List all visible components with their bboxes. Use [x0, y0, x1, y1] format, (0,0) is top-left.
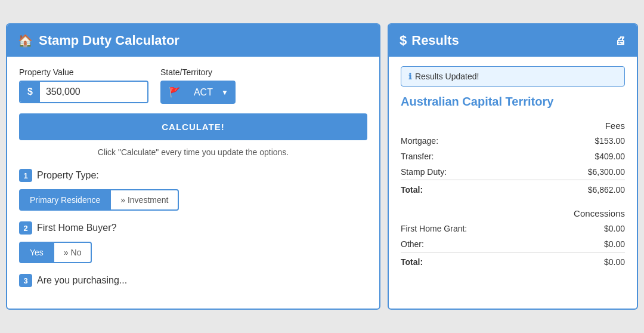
fees-total-label: Total:	[401, 180, 544, 198]
fees-total-value: $6,862.00	[544, 180, 625, 198]
concessions-label: Concessions	[401, 205, 625, 221]
results-panel: $ Results 🖨 ℹ Results Updated! Australia…	[388, 23, 638, 310]
property-value-label: Property Value	[19, 67, 148, 77]
first-home-buyer-section: 2 First Home Buyer? Yes » No	[19, 221, 367, 263]
results-header-left: $ Results	[400, 33, 459, 48]
table-row: Mortgage: $153.00	[401, 133, 625, 149]
section-number-3: 3	[19, 274, 32, 287]
first-home-buyer-title: 2 First Home Buyer?	[19, 221, 367, 235]
calculate-button[interactable]: CALCULATE!	[19, 113, 367, 140]
results-updated-banner: ℹ Results Updated!	[401, 66, 625, 87]
state-territory-select-wrapper: 🚩 ACT NSW VIC QLD SA WA TAS NT	[160, 81, 236, 104]
property-type-label: Property Type:	[37, 170, 99, 181]
state-territory-label: State/Territory	[160, 67, 236, 77]
results-title: Results	[411, 33, 459, 48]
flag-icon: 🚩	[162, 82, 188, 103]
first-home-buyer-toggle: Yes » No	[19, 242, 367, 263]
property-value-group: Property Value $	[19, 67, 148, 104]
dollar-header-icon: $	[400, 33, 407, 48]
yes-button[interactable]: Yes	[19, 242, 54, 263]
first-home-buyer-label: First Home Buyer?	[37, 223, 116, 233]
calculator-title: Stamp Duty Calculator	[39, 33, 179, 48]
other-label: Other:	[401, 236, 544, 252]
no-button[interactable]: » No	[54, 242, 92, 263]
primary-residence-button[interactable]: Primary Residence	[19, 189, 111, 211]
property-type-section: 1 Property Type: Primary Residence » Inv…	[19, 169, 367, 211]
concessions-total-row: Total: $0.00	[401, 252, 625, 270]
state-territory-group: State/Territory 🚩 ACT NSW VIC QLD SA WA	[160, 67, 236, 104]
table-row: Stamp Duty: $6,300.00	[401, 164, 625, 180]
fees-label: Fees	[401, 117, 625, 133]
property-value-input-wrapper: $	[19, 81, 148, 103]
stamp-duty-value: $6,300.00	[544, 164, 625, 180]
table-row: Transfer: $409.00	[401, 149, 625, 164]
mortgage-value: $153.00	[544, 133, 625, 149]
purchasing-label: Are you purchasing...	[37, 275, 127, 286]
print-icon[interactable]: 🖨	[615, 35, 626, 47]
investment-button[interactable]: » Investment	[111, 189, 179, 211]
other-value: $0.00	[544, 236, 625, 252]
first-home-grant-label: First Home Grant:	[401, 221, 544, 236]
results-updated-text: Results Updated!	[415, 72, 479, 81]
concessions-total-label: Total:	[401, 252, 544, 270]
info-icon: ℹ	[408, 72, 411, 81]
purchasing-section: 3 Are you purchasing...	[19, 274, 367, 287]
results-table: Fees Mortgage: $153.00 Transfer: $409.00…	[401, 117, 625, 270]
transfer-value: $409.00	[544, 149, 625, 164]
territory-name: Australian Capital Territory	[401, 95, 625, 109]
calculator-panel: 🏠 Stamp Duty Calculator Property Value $…	[6, 23, 380, 310]
fees-total-row: Total: $6,862.00	[401, 180, 625, 198]
results-header: $ Results 🖨	[389, 24, 637, 57]
calculator-header: 🏠 Stamp Duty Calculator	[7, 24, 379, 57]
transfer-label: Transfer:	[401, 149, 544, 164]
property-type-title: 1 Property Type:	[19, 169, 367, 182]
stamp-duty-label: Stamp Duty:	[401, 164, 544, 180]
property-type-toggle: Primary Residence » Investment	[19, 189, 367, 211]
mortgage-label: Mortgage:	[401, 133, 544, 149]
state-territory-select[interactable]: ACT NSW VIC QLD SA WA TAS NT	[188, 82, 234, 102]
concessions-total-value: $0.00	[544, 252, 625, 270]
property-value-input[interactable]	[40, 82, 147, 102]
table-row: First Home Grant: $0.00	[401, 221, 625, 236]
purchasing-title: 3 Are you purchasing...	[19, 274, 367, 287]
first-home-grant-value: $0.00	[544, 221, 625, 236]
house-icon: 🏠	[18, 33, 33, 48]
section-number-1: 1	[19, 169, 32, 182]
hint-text: Click "Calculate" every time you update …	[19, 147, 367, 157]
section-number-2: 2	[19, 221, 32, 235]
dollar-prefix: $	[20, 82, 40, 102]
table-row: Other: $0.00	[401, 236, 625, 252]
